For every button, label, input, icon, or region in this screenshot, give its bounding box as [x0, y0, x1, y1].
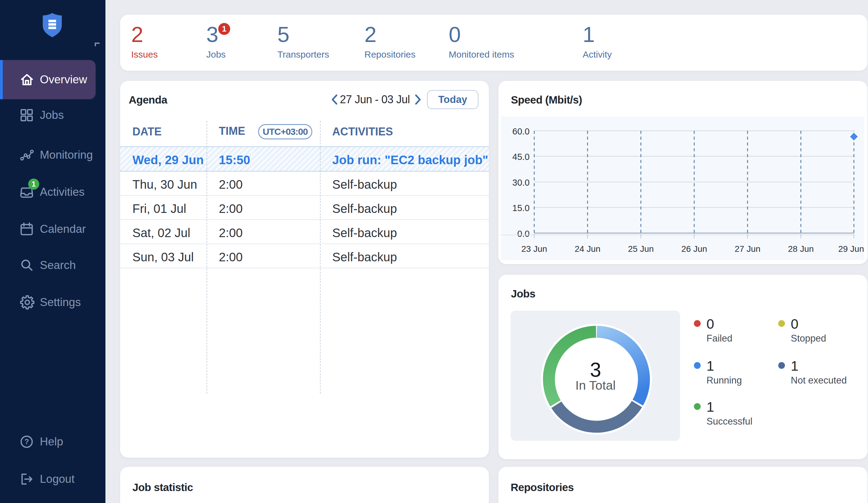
svg-text:?: ? [24, 438, 29, 446]
